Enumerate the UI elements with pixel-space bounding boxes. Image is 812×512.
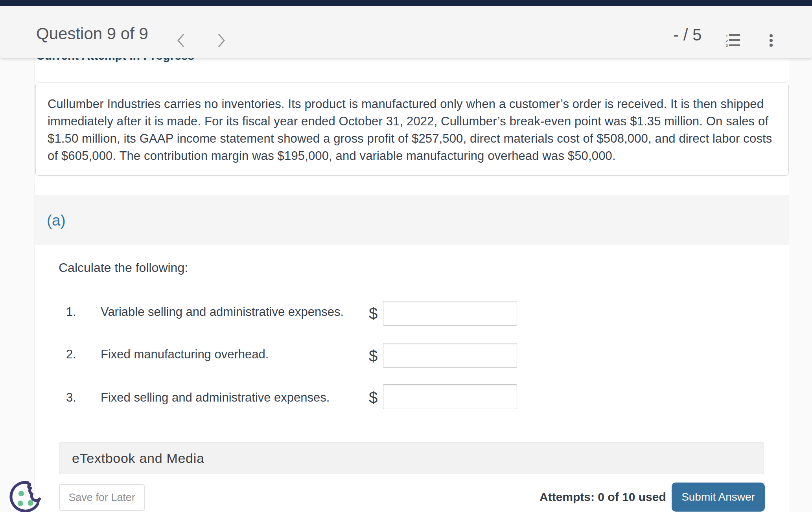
svg-text:3: 3: [726, 43, 728, 48]
svg-text:1: 1: [726, 34, 728, 38]
svg-text:2: 2: [726, 39, 728, 43]
